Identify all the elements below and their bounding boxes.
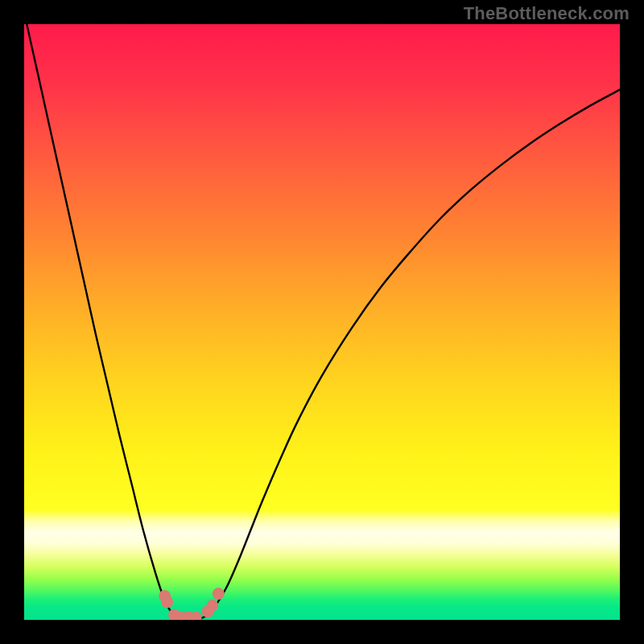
chart-container: TheBottleneck.com	[0, 0, 644, 644]
gradient-background	[24, 24, 620, 620]
data-marker	[213, 588, 225, 600]
data-marker	[206, 600, 218, 612]
watermark-text: TheBottleneck.com	[464, 3, 630, 24]
data-marker	[161, 596, 173, 608]
bottleneck-chart	[24, 24, 620, 620]
plot-area	[24, 24, 620, 620]
